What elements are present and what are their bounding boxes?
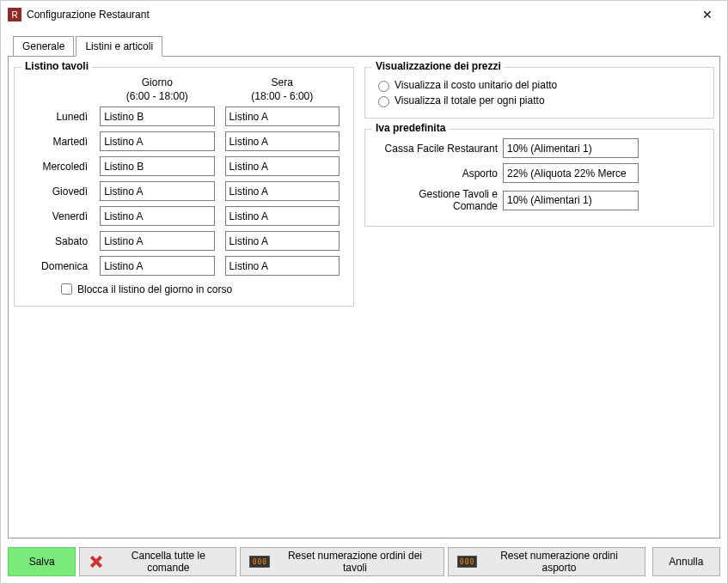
counter-icon: 000 (457, 556, 478, 568)
app-icon: R (8, 8, 21, 21)
day-row: MartedìListino AListino BListino AListin… (23, 131, 345, 151)
listino-select-evening[interactable]: Listino AListino B (225, 156, 340, 176)
save-button[interactable]: Salva (8, 547, 76, 576)
iva-row: Gestione Tavoli e Comande10% (Alimentari… (374, 188, 705, 212)
radio-total-cost[interactable] (378, 96, 389, 107)
lock-label[interactable]: Blocca il listino del giorno in corso (77, 283, 232, 295)
header-evening-label: Sera (223, 76, 342, 90)
tabstrip: Generale Listini e articoli (13, 36, 720, 57)
day-label: Venerdì (23, 210, 95, 222)
day-row: MercoledìListino AListino BListino AList… (23, 156, 345, 176)
listino-legend: Listino tavoli (21, 60, 92, 72)
iva-group: Iva predefinita Cassa Facile Restaurant1… (364, 129, 714, 227)
radio-total-cost-label[interactable]: Visualizza il totale per ogni piatto (395, 94, 545, 106)
day-label: Mercoledì (23, 161, 95, 173)
tab-general[interactable]: Generale (13, 36, 74, 57)
header-evening-range: (18:00 - 6:00) (223, 90, 342, 104)
config-window: R Configurazione Restaurant ✕ Generale L… (0, 0, 728, 584)
listino-group: Listino tavoli Giorno (6:00 - 18:00) Ser… (14, 67, 354, 307)
bottom-bar: Salva Cancella tutte le comande 000 Rese… (1, 542, 727, 583)
listino-select-day[interactable]: Listino AListino B (100, 156, 214, 176)
iva-select[interactable]: 10% (Alimentari 1)22% (Aliquota 22% Merc… (503, 163, 639, 183)
listino-select-evening[interactable]: Listino AListino B (225, 231, 340, 251)
tab-lists[interactable]: Listini e articoli (76, 36, 162, 57)
listino-select-day[interactable]: Listino AListino B (100, 181, 214, 201)
close-icon: ✕ (702, 8, 713, 21)
visualization-group: Visualizzazione dei prezzi Visualizza il… (364, 67, 714, 119)
titlebar: R Configurazione Restaurant ✕ (1, 1, 727, 28)
visualization-legend: Visualizzazione dei prezzi (372, 60, 505, 72)
listino-select-evening[interactable]: Listino AListino B (225, 181, 340, 201)
close-button[interactable]: ✕ (688, 1, 727, 28)
day-label: Martedì (23, 136, 95, 148)
day-row: LunedìListino AListino BListino AListino… (23, 106, 345, 126)
reset-takeaway-label: Reset numerazione ordini asporto (482, 550, 635, 574)
day-row: VenerdìListino AListino BListino AListin… (23, 206, 345, 226)
iva-row: Asporto10% (Alimentari 1)22% (Aliquota 2… (374, 163, 705, 183)
listino-select-day[interactable]: Listino AListino B (100, 231, 214, 251)
iva-legend: Iva predefinita (372, 122, 449, 134)
listino-select-day[interactable]: Listino AListino B (100, 206, 214, 226)
counter-icon: 000 (249, 556, 270, 568)
listino-select-day[interactable]: Listino AListino B (100, 131, 214, 151)
iva-row: Cassa Facile Restaurant10% (Alimentari 1… (374, 138, 705, 158)
listino-select-evening[interactable]: Listino AListino B (225, 131, 340, 151)
cancel-button[interactable]: Annulla (652, 547, 720, 576)
iva-label: Asporto (374, 167, 503, 179)
day-row: DomenicaListino AListino BListino AListi… (23, 256, 345, 276)
radio-unit-cost[interactable] (378, 81, 389, 92)
iva-select[interactable]: 10% (Alimentari 1)22% (Aliquota 22% Merc… (503, 191, 639, 210)
listino-select-evening[interactable]: Listino AListino B (225, 256, 340, 276)
iva-label: Cassa Facile Restaurant (374, 143, 503, 155)
header-day-range: (6:00 - 18:00) (97, 90, 217, 104)
listino-select-day[interactable]: Listino AListino B (100, 256, 214, 276)
day-label: Lunedì (23, 111, 95, 123)
window-title: Configurazione Restaurant (27, 9, 150, 21)
reset-tables-button[interactable]: 000 Reset numerazione ordini dei tavoli (240, 547, 444, 576)
lock-checkbox[interactable] (61, 283, 72, 295)
reset-takeaway-button[interactable]: 000 Reset numerazione ordini asporto (448, 547, 645, 576)
delete-orders-button[interactable]: Cancella tutte le comande (79, 547, 236, 576)
tab-panel-lists: Listino tavoli Giorno (6:00 - 18:00) Ser… (8, 56, 720, 538)
listino-header: Giorno (6:00 - 18:00) Sera (18:00 - 6:00… (23, 76, 345, 103)
day-row: GiovedìListino AListino BListino AListin… (23, 181, 345, 201)
radio-unit-cost-label[interactable]: Visualizza il costo unitario del piatto (395, 79, 557, 91)
workarea: Generale Listini e articoli Listino tavo… (1, 28, 727, 542)
reset-tables-label: Reset numerazione ordini dei tavoli (275, 550, 434, 574)
lock-row: Blocca il listino del giorno in corso (23, 281, 345, 297)
iva-label: Gestione Tavoli e Comande (374, 188, 503, 212)
day-label: Sabato (23, 235, 95, 247)
header-day-label: Giorno (97, 76, 217, 90)
delete-orders-label: Cancella tutte le comande (109, 550, 227, 574)
day-row: SabatoListino AListino BListino AListino… (23, 231, 345, 251)
iva-select[interactable]: 10% (Alimentari 1)22% (Aliquota 22% Merc… (503, 138, 639, 158)
listino-select-day[interactable]: Listino AListino B (100, 106, 214, 126)
day-label: Domenica (23, 260, 95, 272)
listino-select-evening[interactable]: Listino AListino B (225, 106, 340, 126)
day-label: Giovedì (23, 186, 95, 198)
listino-select-evening[interactable]: Listino AListino B (225, 206, 340, 226)
delete-icon (89, 554, 104, 569)
